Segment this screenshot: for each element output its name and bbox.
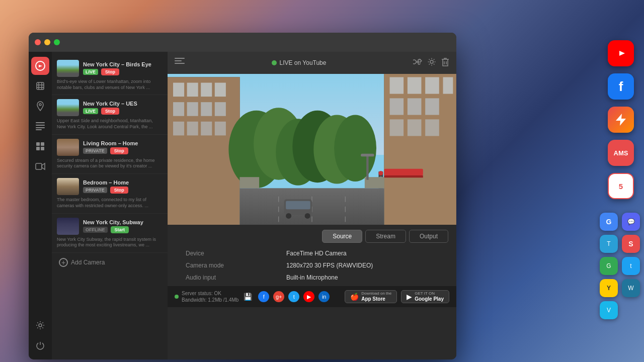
camera-item-header: Bedroom – Home Private Stop [57,178,163,195]
dock-s5[interactable]: 5 [608,173,634,199]
sidebar-item-location[interactable] [31,97,49,115]
close-button[interactable] [35,39,41,45]
svg-point-66 [286,213,291,219]
minimize-button[interactable] [44,39,50,45]
sidebar-item-home[interactable] [31,57,49,75]
camera-name: New York City – Birds Eye [83,61,163,67]
live-text: LIVE on YouTube [280,59,327,66]
server-status-text: Server status: OK [182,291,221,296]
stop-button-bedroom[interactable]: Stop [110,187,128,194]
svg-rect-65 [286,201,310,210]
social-linkedin[interactable]: in [318,291,330,302]
share-button[interactable] [413,57,422,69]
camera-info: New York City – Birds Eye LIVE Stop [83,61,163,75]
stream-tabs: Source Stream Output [176,230,448,243]
sidebar-item-list[interactable] [31,117,49,135]
dock-mini-discord[interactable]: 💬 [622,213,640,231]
camera-thumbnail-living-room [57,139,79,156]
sidebar-item-grid[interactable] [31,137,49,155]
social-twitter[interactable]: t [288,291,299,302]
disk-icon: 💾 [244,293,252,301]
tab-stream[interactable]: Stream [365,230,406,243]
dock-mini-g[interactable]: G [600,213,618,231]
social-googleplus[interactable]: g+ [273,291,284,302]
svg-rect-33 [187,102,198,116]
add-camera-button[interactable]: + Add Camera [52,253,168,272]
dock-thunder[interactable] [608,107,634,133]
camera-item-nyc-subway[interactable]: New York City, Subway Offline Start New … [52,214,168,253]
social-facebook[interactable]: f [258,291,269,302]
svg-rect-29 [187,83,198,97]
camera-name: Bedroom – Home [83,179,163,186]
svg-rect-51 [443,77,453,94]
camera-item-header: New York City – Birds Eye LIVE Stop [57,60,163,77]
sidebar-item-power[interactable] [31,336,49,354]
right-dock: f AMS 5 [608,40,634,199]
stop-button-living-room[interactable]: Stop [110,147,128,154]
status-text: Server status: OK Bandwidth: 1.2Mb /1.4M… [182,290,238,303]
bottom-area: Source Stream Output Device FaceTime HD … [168,225,456,286]
dock-ams[interactable]: AMS [608,140,634,166]
svg-rect-50 [425,77,439,94]
app-store-badge[interactable]: 🍎 Download on the App Store [345,290,397,303]
dock-mini-g2[interactable]: G [600,257,618,275]
camera-item-nyc-birds-eye[interactable]: New York City – Birds Eye LIVE Stop Bird… [52,56,168,95]
camera-thumbnail-nyc-subway [57,218,79,235]
sidebar-item-settings[interactable] [31,316,49,334]
start-button-nyc-subway[interactable]: Start [111,226,129,233]
camera-thumbnail-nyc-birds-eye [57,60,79,77]
settings-button[interactable] [427,57,436,69]
camera-info: New York City – UES LIVE Stop [83,101,163,115]
dock-mini-v[interactable]: V [600,301,618,319]
sidebar-item-map[interactable] [31,77,49,95]
maximize-button[interactable] [54,39,60,45]
google-play-badge[interactable]: ▶ GET IT ON Google Play [401,290,449,303]
camera-description: New York City Subway, the rapid transit … [57,237,163,248]
svg-marker-1 [39,65,42,67]
bandwidth-text: Bandwidth: 1.2Mb /1.4Mb [182,297,238,303]
dock-mini-wp[interactable]: W [622,279,640,297]
camera-mode-value: 644x362 30 FPS (RAWVIDEO) [286,262,438,269]
svg-rect-20 [175,63,185,64]
svg-point-21 [430,60,433,63]
status-badge-live: LIVE [83,69,98,75]
video-preview [168,74,456,225]
dock-facebook[interactable]: f [608,73,634,100]
camera-item-bedroom[interactable]: Bedroom – Home Private Stop The master b… [52,174,168,213]
tab-output[interactable]: Output [409,230,448,243]
delete-button[interactable] [441,57,449,69]
stop-button-nyc-ues[interactable]: Stop [101,108,119,115]
camera-item-living-room[interactable]: Living Room – Home Private Stop Secured … [52,135,168,174]
svg-rect-8 [36,122,45,123]
dock-mini-y[interactable]: Y [600,279,618,297]
svg-rect-74 [366,155,368,180]
audio-input-label: Audio input [186,274,276,281]
svg-rect-11 [36,129,42,130]
dock-mini-s[interactable]: S [622,235,640,253]
svg-rect-57 [425,119,439,136]
sidebar-item-video[interactable] [31,157,49,175]
dock-youtube[interactable] [608,40,634,66]
social-youtube[interactable]: ▶ [303,291,314,302]
apple-icon: 🍎 [350,293,359,301]
dock-mini-tm[interactable]: T [600,235,618,253]
footer: Server status: OK Bandwidth: 1.2Mb /1.4M… [168,286,456,307]
svg-rect-49 [408,77,422,94]
camera-description: The master bedroom, connected to my list… [57,197,163,209]
svg-rect-39 [215,122,226,136]
dock-mini-twitter[interactable]: t [622,257,640,275]
camera-item-header: New York City, Subway Offline Start [57,218,163,235]
svg-rect-53 [408,98,422,115]
svg-rect-38 [201,122,212,136]
footer-social: f g+ t ▶ in [258,291,330,302]
stop-button-nyc-birds-eye[interactable]: Stop [101,68,119,75]
svg-rect-28 [173,83,184,97]
camera-info: New York City, Subway Offline Start [83,219,163,233]
source-details: Device FaceTime HD Camera Camera mode 12… [176,250,448,281]
menu-button[interactable] [175,58,185,68]
camera-description: Secured stream of a private residence, t… [57,158,163,169]
camera-status-row: Private Stop [83,147,163,154]
tab-source[interactable]: Source [322,230,362,243]
camera-item-nyc-ues[interactable]: New York City – UES LIVE Stop Upper East… [52,95,168,134]
svg-rect-18 [175,58,185,59]
